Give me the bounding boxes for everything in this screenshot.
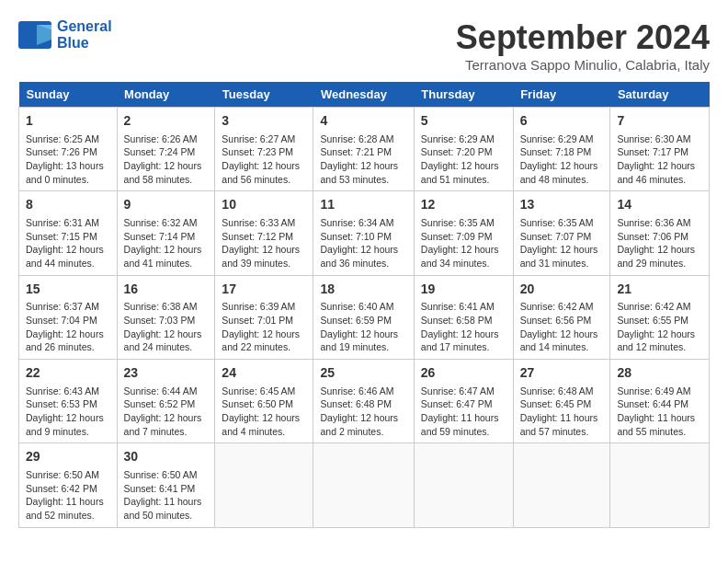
logo-text: General Blue [57, 18, 112, 52]
calendar-cell: 30Sunrise: 6:50 AM Sunset: 6:41 PM Dayli… [117, 443, 215, 527]
day-detail: Sunrise: 6:44 AM Sunset: 6:52 PM Dayligh… [124, 385, 209, 439]
calendar-cell [215, 443, 313, 527]
calendar-cell: 5Sunrise: 6:29 AM Sunset: 7:20 PM Daylig… [414, 108, 513, 191]
day-number: 14 [617, 196, 702, 214]
day-number: 18 [320, 281, 406, 299]
day-detail: Sunrise: 6:27 AM Sunset: 7:23 PM Dayligh… [222, 132, 306, 187]
day-number: 30 [124, 448, 209, 466]
calendar-cell: 26Sunrise: 6:47 AM Sunset: 6:47 PM Dayli… [414, 360, 513, 443]
day-detail: Sunrise: 6:40 AM Sunset: 6:59 PM Dayligh… [320, 300, 406, 354]
day-detail: Sunrise: 6:35 AM Sunset: 7:07 PM Dayligh… [520, 216, 604, 270]
day-detail: Sunrise: 6:42 AM Sunset: 6:56 PM Dayligh… [520, 300, 604, 354]
title-area: September 2024 Terranova Sappo Minulio, … [456, 18, 710, 73]
calendar-cell: 27Sunrise: 6:48 AM Sunset: 6:45 PM Dayli… [513, 360, 610, 443]
calendar-cell: 29Sunrise: 6:50 AM Sunset: 6:42 PM Dayli… [19, 443, 118, 527]
day-number: 5 [421, 112, 506, 131]
day-number: 2 [124, 112, 209, 131]
header-friday: Friday [513, 82, 610, 108]
calendar-cell: 23Sunrise: 6:44 AM Sunset: 6:52 PM Dayli… [117, 360, 215, 443]
day-detail: Sunrise: 6:25 AM Sunset: 7:26 PM Dayligh… [26, 132, 110, 187]
calendar-cell: 20Sunrise: 6:42 AM Sunset: 6:56 PM Dayli… [513, 275, 610, 359]
day-number: 22 [26, 364, 110, 383]
calendar-cell [313, 443, 414, 527]
day-number: 26 [421, 364, 506, 383]
header-monday: Monday [117, 82, 215, 108]
day-detail: Sunrise: 6:37 AM Sunset: 7:04 PM Dayligh… [26, 300, 110, 354]
day-detail: Sunrise: 6:43 AM Sunset: 6:53 PM Dayligh… [26, 385, 110, 439]
day-number: 17 [222, 281, 306, 299]
day-detail: Sunrise: 6:36 AM Sunset: 7:06 PM Dayligh… [617, 216, 702, 270]
calendar-cell: 21Sunrise: 6:42 AM Sunset: 6:55 PM Dayli… [610, 275, 710, 359]
day-number: 7 [617, 112, 702, 131]
day-number: 11 [320, 196, 406, 214]
calendar-cell: 13Sunrise: 6:35 AM Sunset: 7:07 PM Dayli… [513, 191, 610, 275]
day-number: 23 [124, 364, 209, 383]
day-detail: Sunrise: 6:41 AM Sunset: 6:58 PM Dayligh… [421, 300, 506, 354]
day-number: 8 [26, 196, 110, 214]
day-number: 29 [26, 448, 110, 466]
calendar-cell: 15Sunrise: 6:37 AM Sunset: 7:04 PM Dayli… [19, 275, 118, 359]
day-detail: Sunrise: 6:26 AM Sunset: 7:24 PM Dayligh… [124, 132, 209, 187]
calendar-cell: 10Sunrise: 6:33 AM Sunset: 7:12 PM Dayli… [215, 191, 313, 275]
calendar-table: SundayMondayTuesdayWednesdayThursdayFrid… [18, 82, 710, 528]
day-detail: Sunrise: 6:42 AM Sunset: 6:55 PM Dayligh… [617, 300, 702, 354]
calendar-cell: 12Sunrise: 6:35 AM Sunset: 7:09 PM Dayli… [414, 191, 513, 275]
day-number: 10 [222, 196, 306, 214]
calendar-cell: 6Sunrise: 6:29 AM Sunset: 7:18 PM Daylig… [513, 108, 610, 191]
header-sunday: Sunday [19, 82, 118, 108]
day-number: 21 [617, 281, 702, 299]
header-thursday: Thursday [414, 82, 513, 108]
day-number: 15 [26, 281, 110, 299]
calendar-week-5: 29Sunrise: 6:50 AM Sunset: 6:42 PM Dayli… [19, 443, 710, 527]
header-saturday: Saturday [610, 82, 710, 108]
calendar-cell: 24Sunrise: 6:45 AM Sunset: 6:50 PM Dayli… [215, 360, 313, 443]
day-detail: Sunrise: 6:50 AM Sunset: 6:41 PM Dayligh… [124, 468, 209, 523]
day-number: 28 [617, 364, 702, 383]
day-number: 12 [421, 196, 506, 214]
day-detail: Sunrise: 6:39 AM Sunset: 7:01 PM Dayligh… [222, 300, 306, 354]
calendar-cell: 9Sunrise: 6:32 AM Sunset: 7:14 PM Daylig… [117, 191, 215, 275]
day-detail: Sunrise: 6:48 AM Sunset: 6:45 PM Dayligh… [520, 385, 604, 439]
calendar-header-row: SundayMondayTuesdayWednesdayThursdayFrid… [19, 82, 710, 108]
day-detail: Sunrise: 6:45 AM Sunset: 6:50 PM Dayligh… [222, 385, 306, 439]
day-detail: Sunrise: 6:38 AM Sunset: 7:03 PM Dayligh… [124, 300, 209, 354]
day-number: 16 [124, 281, 209, 299]
calendar-cell: 18Sunrise: 6:40 AM Sunset: 6:59 PM Dayli… [313, 275, 414, 359]
calendar-cell: 8Sunrise: 6:31 AM Sunset: 7:15 PM Daylig… [19, 191, 118, 275]
day-detail: Sunrise: 6:35 AM Sunset: 7:09 PM Dayligh… [421, 216, 506, 270]
calendar-week-3: 15Sunrise: 6:37 AM Sunset: 7:04 PM Dayli… [19, 275, 710, 359]
day-number: 6 [520, 112, 604, 131]
header: General Blue September 2024 Terranova Sa… [18, 18, 710, 73]
header-wednesday: Wednesday [313, 82, 414, 108]
day-number: 9 [124, 196, 209, 214]
header-tuesday: Tuesday [215, 82, 313, 108]
month-title: September 2024 [456, 18, 710, 57]
calendar-cell: 22Sunrise: 6:43 AM Sunset: 6:53 PM Dayli… [19, 360, 118, 443]
day-number: 4 [320, 112, 406, 131]
day-number: 25 [320, 364, 406, 383]
calendar-cell: 4Sunrise: 6:28 AM Sunset: 7:21 PM Daylig… [313, 108, 414, 191]
day-detail: Sunrise: 6:33 AM Sunset: 7:12 PM Dayligh… [222, 216, 306, 270]
calendar-cell [513, 443, 610, 527]
logo: General Blue [18, 18, 112, 52]
calendar-cell [414, 443, 513, 527]
day-number: 24 [222, 364, 306, 383]
day-number: 3 [222, 112, 306, 131]
day-detail: Sunrise: 6:49 AM Sunset: 6:44 PM Dayligh… [617, 385, 702, 439]
day-number: 1 [26, 112, 110, 131]
calendar-cell: 2Sunrise: 6:26 AM Sunset: 7:24 PM Daylig… [117, 108, 215, 191]
day-number: 13 [520, 196, 604, 214]
calendar-cell: 11Sunrise: 6:34 AM Sunset: 7:10 PM Dayli… [313, 191, 414, 275]
calendar-cell: 28Sunrise: 6:49 AM Sunset: 6:44 PM Dayli… [610, 360, 710, 443]
calendar-cell [610, 443, 710, 527]
day-detail: Sunrise: 6:29 AM Sunset: 7:18 PM Dayligh… [520, 132, 604, 187]
logo-icon [18, 21, 51, 49]
day-detail: Sunrise: 6:34 AM Sunset: 7:10 PM Dayligh… [320, 216, 406, 270]
day-detail: Sunrise: 6:50 AM Sunset: 6:42 PM Dayligh… [26, 468, 110, 523]
day-detail: Sunrise: 6:30 AM Sunset: 7:17 PM Dayligh… [617, 132, 702, 187]
day-detail: Sunrise: 6:32 AM Sunset: 7:14 PM Dayligh… [124, 216, 209, 270]
calendar-cell: 14Sunrise: 6:36 AM Sunset: 7:06 PM Dayli… [610, 191, 710, 275]
day-detail: Sunrise: 6:28 AM Sunset: 7:21 PM Dayligh… [320, 132, 406, 187]
calendar-week-2: 8Sunrise: 6:31 AM Sunset: 7:15 PM Daylig… [19, 191, 710, 275]
calendar-cell: 1Sunrise: 6:25 AM Sunset: 7:26 PM Daylig… [19, 108, 118, 191]
